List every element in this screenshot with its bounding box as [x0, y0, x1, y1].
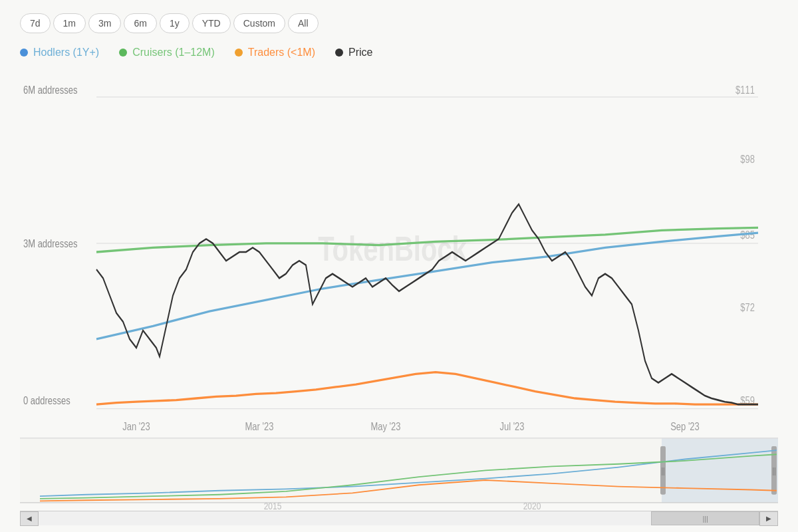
x-label-sep: Sep '23 [670, 420, 700, 433]
watermark: TokenBlock [318, 229, 467, 268]
y-label-3m: 3M addresses [23, 237, 78, 250]
x-label-jul: Jul '23 [499, 420, 524, 433]
time-btn-all[interactable]: All [288, 13, 319, 33]
cruisers-label: Cruisers (1–12M) [132, 47, 215, 59]
main-chart-area: 6M addresses 3M addresses 0 addresses $1… [20, 69, 778, 435]
navigator-container: || || 2015 2020 [20, 438, 778, 511]
legend-hodlers: Hodlers (1Y+) [20, 47, 99, 59]
legend-cruisers: Cruisers (1–12M) [119, 47, 215, 59]
chart-wrapper: 6M addresses 3M addresses 0 addresses $1… [20, 69, 778, 525]
legend-price: Price [335, 47, 372, 59]
time-btn-1y[interactable]: 1y [160, 13, 190, 33]
scroll-track: ||| [39, 511, 759, 525]
nav-x-2020: 2020 [523, 500, 541, 511]
price-dot [335, 49, 343, 57]
time-btn-7d[interactable]: 7d [20, 13, 51, 33]
hodlers-dot [20, 49, 28, 57]
time-btn-custom[interactable]: Custom [233, 13, 285, 33]
nav-x-2015: 2015 [264, 500, 282, 511]
chart-legend: Hodlers (1Y+) Cruisers (1–12M) Traders (… [20, 47, 778, 59]
traders-line [96, 372, 758, 404]
scroll-left-button[interactable]: ◀ [20, 511, 39, 526]
y-label-0: 0 addresses [23, 394, 70, 406]
y-label-6m: 6M addresses [23, 83, 78, 96]
x-label-jan: Jan '23 [122, 420, 150, 433]
navigator-svg: || || 2015 2020 [20, 438, 778, 511]
nav-selection [662, 438, 778, 503]
time-btn-1m[interactable]: 1m [53, 13, 86, 33]
time-btn-ytd[interactable]: YTD [192, 13, 231, 33]
traders-dot [235, 49, 243, 57]
scroll-thumb[interactable]: ||| [651, 511, 759, 525]
scroll-right-button[interactable]: ▶ [759, 511, 778, 526]
x-label-mar: Mar '23 [245, 420, 274, 433]
cruisers-dot [119, 49, 127, 57]
time-range-selector: 7d 1m 3m 6m 1y YTD Custom All [20, 13, 778, 33]
nav-handle-left-icon: || [661, 466, 664, 475]
scroll-thumb-icon: ||| [652, 512, 759, 525]
scroll-bar: ◀ ||| ▶ [20, 511, 778, 525]
hodlers-label: Hodlers (1Y+) [33, 47, 99, 59]
y-label-72: $72 [740, 301, 755, 313]
time-btn-6m[interactable]: 6m [124, 13, 156, 33]
main-chart-svg: 6M addresses 3M addresses 0 addresses $1… [20, 69, 778, 435]
nav-handle-right-icon: || [772, 466, 775, 475]
legend-traders: Traders (<1M) [235, 47, 315, 59]
traders-label: Traders (<1M) [248, 47, 315, 59]
price-label: Price [348, 47, 372, 59]
y-label-98: $98 [740, 153, 755, 166]
y-label-111: $111 [735, 83, 755, 96]
app-container: 7d 1m 3m 6m 1y YTD Custom All Hodlers (1… [0, 0, 798, 532]
time-btn-3m[interactable]: 3m [88, 13, 121, 33]
x-label-may: May '23 [370, 420, 400, 433]
